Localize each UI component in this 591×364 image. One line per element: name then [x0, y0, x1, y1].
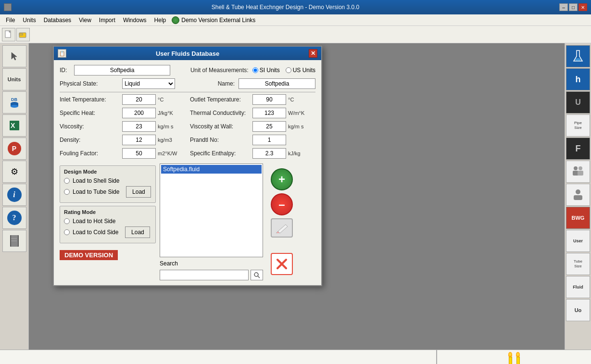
- us-units-radio[interactable]: [286, 67, 291, 73]
- svg-point-7: [11, 105, 18, 108]
- sidebar-excel[interactable]: X: [2, 114, 26, 137]
- outlet-temp-input[interactable]: [252, 94, 286, 105]
- window-controls: – □ ✕: [559, 3, 587, 11]
- right-sidebar: h U PipeSize F BWG User TubeSize Fluid U…: [565, 43, 591, 350]
- erase-button[interactable]: [271, 218, 293, 238]
- right-form-col: Outlet Temperature: °C Thermal Conductiv…: [190, 94, 315, 162]
- right-btn-user[interactable]: [566, 184, 590, 206]
- maximize-button[interactable]: □: [569, 3, 578, 11]
- close-button[interactable]: ✕: [578, 3, 587, 11]
- rating-mode-title: Rating Mode: [64, 209, 151, 215]
- physical-state-select[interactable]: Liquid Gas Two-Phase: [122, 78, 175, 89]
- candle-2: [516, 352, 520, 364]
- right-btn-fluid[interactable]: Fluid: [566, 276, 590, 298]
- sidebar-help[interactable]: ?: [2, 207, 26, 229]
- delete-button[interactable]: [271, 253, 293, 275]
- menu-file[interactable]: File: [2, 16, 19, 25]
- svg-point-14: [254, 273, 258, 276]
- right-btn-tube-size[interactable]: TubeSize: [566, 253, 590, 275]
- specific-enthalpy-input[interactable]: [252, 148, 286, 159]
- menu-units[interactable]: Units: [19, 16, 39, 25]
- specific-heat-input[interactable]: [122, 108, 156, 118]
- fluid-list[interactable]: Softpedia.fluid: [160, 163, 263, 257]
- load-shell-side-label: Load to Shell Side: [73, 177, 119, 184]
- menu-help[interactable]: Help: [151, 16, 170, 25]
- window-title: Shell & Tube Heat Exchnger Design - Demo…: [12, 4, 559, 11]
- rating-load-button[interactable]: Load: [125, 226, 150, 238]
- toolbar: [0, 26, 591, 43]
- svg-line-15: [258, 276, 260, 278]
- id-label: ID:: [60, 67, 74, 74]
- design-load-button[interactable]: Load: [126, 186, 151, 198]
- toolbar-new[interactable]: [2, 28, 15, 41]
- dialog-close-button[interactable]: ✕: [309, 49, 317, 58]
- load-tube-side-row: Load to Tube Side Load: [64, 186, 151, 198]
- right-btn-user-label[interactable]: User: [566, 230, 590, 252]
- menu-databases[interactable]: Databases: [40, 16, 75, 25]
- load-shell-side-radio[interactable]: [64, 178, 70, 184]
- svg-point-21: [574, 166, 578, 170]
- right-btn-h[interactable]: h: [566, 68, 590, 90]
- load-hot-side-radio[interactable]: [64, 218, 70, 224]
- add-fluid-button[interactable]: +: [271, 168, 293, 190]
- density-unit: kg/m3: [158, 137, 172, 143]
- thermal-cond-input[interactable]: [252, 108, 286, 118]
- id-input[interactable]: [74, 65, 170, 75]
- demo-link[interactable]: Demo Version External Links: [172, 16, 255, 24]
- sidebar-units[interactable]: Units: [2, 68, 26, 90]
- remove-fluid-button[interactable]: –: [271, 193, 293, 215]
- design-mode-box: Design Mode Load to Shell Side Load to T…: [60, 165, 156, 203]
- demo-link-label: Demo Version External Links: [181, 17, 255, 24]
- right-btn-people[interactable]: [566, 161, 590, 183]
- prandtl-input[interactable]: [252, 135, 286, 145]
- demo-version-banner: DEMO VERSION: [60, 250, 118, 260]
- design-mode-title: Design Mode: [64, 169, 151, 175]
- specific-heat-unit: J/kg°K: [158, 110, 173, 116]
- right-btn-flask[interactable]: [566, 45, 590, 67]
- menu-windows[interactable]: Windows: [119, 16, 151, 25]
- name-input[interactable]: [239, 78, 315, 89]
- dialog-title-bar: 📋 User Fluids Database ✕: [54, 47, 321, 60]
- density-row: Density: kg/m3: [60, 135, 185, 145]
- user-icon: [572, 188, 584, 201]
- svg-point-23: [578, 166, 582, 170]
- si-units-radio-label[interactable]: SI Units: [252, 67, 280, 74]
- right-btn-uo[interactable]: Uo: [566, 299, 590, 321]
- right-btn-u[interactable]: U: [566, 91, 590, 113]
- sidebar-p[interactable]: P: [2, 138, 26, 160]
- load-hot-side-label: Load to Hot Side: [73, 218, 115, 225]
- viscosity-wall-row: Viscosity at Wall: kg/m s: [190, 121, 315, 132]
- dialog-icon: 📋: [58, 49, 66, 58]
- toolbar-open[interactable]: [16, 28, 30, 41]
- minimize-button[interactable]: –: [559, 3, 568, 11]
- sidebar-gear[interactable]: ⚙: [2, 161, 26, 183]
- thermal-cond-unit: W/m°K: [288, 110, 304, 116]
- search-input[interactable]: [160, 270, 249, 280]
- load-cold-side-radio[interactable]: [64, 229, 70, 235]
- right-btn-bwg[interactable]: BWG: [566, 207, 590, 229]
- inlet-temp-input[interactable]: [122, 94, 156, 105]
- specific-heat-row: Specific Heat: J/kg°K: [60, 108, 185, 118]
- us-units-radio-label[interactable]: US Units: [286, 67, 315, 74]
- viscosity-input[interactable]: [122, 121, 156, 132]
- bottom-section: Design Mode Load to Shell Side Load to T…: [60, 163, 315, 280]
- sidebar-cursor[interactable]: [2, 45, 26, 67]
- svg-rect-3: [19, 34, 23, 35]
- sidebar-info[interactable]: i: [2, 184, 26, 206]
- viscosity-wall-input[interactable]: [252, 121, 286, 132]
- si-units-radio[interactable]: [252, 67, 258, 73]
- rating-mode-box: Rating Mode Load to Hot Side Load to Col…: [60, 206, 156, 243]
- menu-import[interactable]: Import: [95, 16, 119, 25]
- right-btn-f[interactable]: F: [566, 138, 590, 160]
- sidebar-book[interactable]: [2, 230, 26, 252]
- inlet-temp-row: Inlet Temperature: °C: [60, 94, 185, 105]
- menu-view[interactable]: View: [75, 16, 95, 25]
- fluid-list-item[interactable]: Softpedia.fluid: [161, 165, 262, 174]
- load-tube-side-radio[interactable]: [64, 189, 70, 195]
- fouling-input[interactable]: [122, 148, 156, 159]
- search-icon: [253, 272, 260, 278]
- search-button[interactable]: [251, 270, 263, 280]
- density-input[interactable]: [122, 135, 156, 145]
- sidebar-db[interactable]: DB: [2, 91, 26, 113]
- right-btn-pipe-size[interactable]: PipeSize: [566, 114, 590, 137]
